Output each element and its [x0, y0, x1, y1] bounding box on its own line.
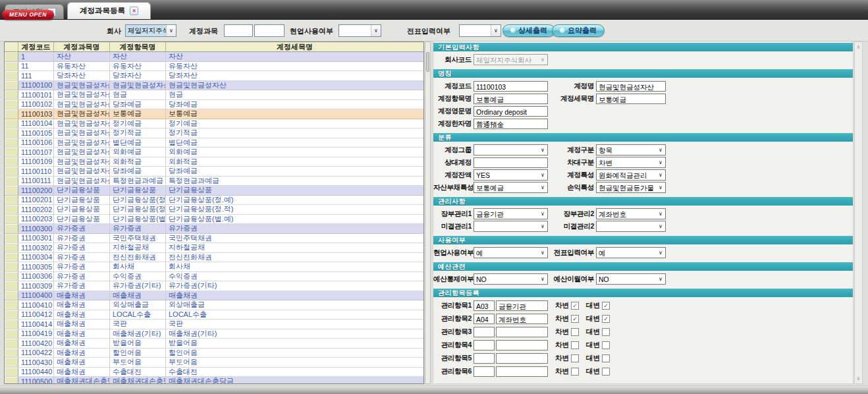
- table-row[interactable]: 11100107현금및현금성자산외화예금외화예금: [5, 148, 423, 157]
- row-selector-cell[interactable]: [5, 281, 18, 291]
- mgmt-item-2-code-input[interactable]: A04: [474, 314, 495, 324]
- book-mgmt-2-select[interactable]: 계좌번호∨: [596, 208, 666, 219]
- row-selector-cell[interactable]: [5, 339, 18, 348]
- row-selector-cell[interactable]: [5, 262, 18, 271]
- row-selector-cell[interactable]: [5, 300, 18, 310]
- panel-scrollbar[interactable]: ∧ ∨: [854, 42, 863, 384]
- row-selector-cell[interactable]: [5, 234, 18, 243]
- row-selector-cell[interactable]: [5, 368, 18, 377]
- account-item-name-input[interactable]: 보통예금: [474, 94, 548, 104]
- mgmt-item-3-credit-checkbox[interactable]: [602, 328, 610, 336]
- usage-filter-select[interactable]: ∨: [339, 24, 381, 37]
- detail-print-button[interactable]: 상세출력: [502, 24, 555, 37]
- book-mgmt-1-select[interactable]: 금융기관∨: [474, 208, 548, 219]
- account-code-filter-input[interactable]: [224, 24, 253, 37]
- grid-scrollbar-thumb[interactable]: [426, 52, 429, 72]
- mgmt-item-3-name-input[interactable]: [496, 327, 548, 337]
- table-row[interactable]: 11100412매출채권LOCAL수출LOCAL수출: [5, 310, 423, 320]
- chevron-down-icon[interactable]: ∨: [656, 183, 665, 192]
- mgmt-item-6-credit-checkbox[interactable]: [602, 368, 610, 376]
- table-row[interactable]: 11100410매출채권외상매출금외상매출금: [5, 300, 423, 310]
- row-selector-cell[interactable]: [5, 224, 18, 233]
- row-selector-cell[interactable]: [5, 349, 18, 358]
- row-selector-cell[interactable]: [5, 62, 18, 71]
- mgmt-item-4-debit-checkbox[interactable]: [571, 341, 579, 349]
- table-row[interactable]: 11100102현금및현금성자산당좌예금당좌예금: [5, 100, 423, 110]
- pending-mgmt-2-select[interactable]: ∨: [596, 221, 666, 232]
- chevron-down-icon[interactable]: ∨: [538, 55, 547, 65]
- row-selector-cell[interactable]: [5, 186, 18, 195]
- account-english-name-input[interactable]: Ordinary deposit: [474, 106, 548, 117]
- table-row[interactable]: 11100302유가증권지하철공채지하철공채: [5, 243, 423, 253]
- table-row[interactable]: 11100202단기금융상품단기금융상품(정.적)단기금융상품(정.적): [5, 205, 423, 215]
- company-code-select[interactable]: 제일저지주식회사∨: [474, 54, 548, 65]
- mgmt-item-3-debit-checkbox[interactable]: [571, 328, 579, 336]
- mgmt-item-5-debit-checkbox[interactable]: [571, 354, 579, 362]
- field-usage-select[interactable]: 예∨: [474, 247, 548, 258]
- chevron-down-icon[interactable]: ∨: [656, 145, 665, 155]
- row-selector-cell[interactable]: [5, 177, 18, 186]
- asset-liability-attr-select[interactable]: 보통예금∨: [474, 182, 548, 193]
- row-selector-cell[interactable]: [5, 358, 18, 367]
- row-selector-cell[interactable]: [5, 52, 18, 61]
- scroll-up-icon[interactable]: ∧: [855, 43, 862, 51]
- row-selector-cell[interactable]: [5, 253, 18, 262]
- row-selector-cell[interactable]: [5, 148, 18, 157]
- mgmt-item-5-credit-checkbox[interactable]: [602, 354, 610, 362]
- close-tab-icon[interactable]: ✕: [130, 7, 138, 15]
- table-row[interactable]: 11100200단기금융상품단기금융상품단기금융상품: [5, 186, 423, 196]
- row-selector-cell[interactable]: [5, 157, 18, 167]
- row-selector-cell[interactable]: [5, 109, 18, 119]
- account-attribute-select[interactable]: 원화예적금관리∨: [596, 169, 666, 181]
- table-row[interactable]: 11100105현금및현금성자산정기적금정기적금: [5, 128, 423, 138]
- mgmt-item-2-debit-checkbox[interactable]: ✓: [571, 315, 579, 323]
- mgmt-item-4-code-input[interactable]: [474, 340, 495, 351]
- mgmt-item-1-name-input[interactable]: 금융기관: [496, 300, 548, 311]
- row-selector-cell[interactable]: [5, 329, 18, 339]
- counter-account-input[interactable]: [474, 157, 548, 168]
- debit-credit-class-select[interactable]: 차변∨: [596, 157, 666, 168]
- mgmt-item-1-debit-checkbox[interactable]: ✓: [571, 302, 579, 310]
- table-row[interactable]: 11100101현금및현금성자산현금현금: [5, 90, 423, 100]
- account-name-filter-input[interactable]: [254, 24, 285, 37]
- account-hanja-name-input[interactable]: 普通預金: [474, 119, 548, 129]
- table-row[interactable]: 11100304유가증권전신전화채권전신전화채권: [5, 253, 423, 263]
- table-row[interactable]: 11100106현금및현금성자산별단예금별단예금: [5, 138, 423, 148]
- chevron-down-icon[interactable]: ∨: [166, 25, 176, 36]
- chevron-down-icon[interactable]: ∨: [538, 145, 547, 155]
- row-selector-cell[interactable]: [5, 71, 18, 80]
- account-code-input[interactable]: 11100103: [474, 81, 548, 92]
- row-selector-cell[interactable]: [5, 272, 18, 281]
- row-selector-cell[interactable]: [5, 119, 18, 128]
- chevron-down-icon[interactable]: ∨: [656, 248, 665, 258]
- slip-filter-select[interactable]: ∨: [459, 24, 501, 37]
- table-row[interactable]: 11100100현금및현금성자산현금및현금성자산현금및현금성자산: [5, 81, 423, 91]
- chevron-down-icon[interactable]: ∨: [656, 274, 665, 284]
- account-class-select[interactable]: 항목∨: [596, 144, 666, 155]
- chevron-down-icon[interactable]: ∨: [656, 221, 665, 231]
- row-selector-cell[interactable]: [5, 243, 18, 252]
- table-row[interactable]: 11100306유가증권수익증권수익증권: [5, 272, 423, 282]
- chevron-down-icon[interactable]: ∨: [656, 157, 665, 167]
- mgmt-item-2-credit-checkbox[interactable]: ✓: [602, 315, 610, 323]
- mgmt-item-4-credit-checkbox[interactable]: [602, 341, 610, 349]
- chevron-down-icon[interactable]: ∨: [538, 248, 547, 258]
- mgmt-item-3-code-input[interactable]: [474, 327, 495, 337]
- table-row[interactable]: 11100422매출채권할인어음할인어음: [5, 349, 423, 358]
- row-selector-cell[interactable]: [5, 291, 18, 300]
- mgmt-item-4-name-input[interactable]: [496, 340, 548, 351]
- table-row[interactable]: 11100440매출채권수출대전수출대전: [5, 368, 423, 378]
- row-selector-cell[interactable]: [5, 138, 18, 148]
- table-row[interactable]: 1자산자산자산: [5, 52, 423, 62]
- table-row[interactable]: 11100203단기금융상품단기금융상품(별.예)단기금융상품(별.예): [5, 215, 423, 225]
- company-filter-select[interactable]: 제일저지주식회사 ∨: [125, 24, 176, 37]
- table-row[interactable]: 11100104현금및현금성자산정기예금정기예금: [5, 119, 423, 129]
- mgmt-item-6-code-input[interactable]: [474, 366, 495, 377]
- table-row[interactable]: 11100414매출채권국판국판: [5, 320, 423, 329]
- grid-scrollbar[interactable]: [425, 42, 431, 384]
- row-selector-cell[interactable]: [5, 196, 18, 205]
- chevron-down-icon[interactable]: ∨: [538, 183, 547, 192]
- summary-print-button[interactable]: 요약출력: [552, 24, 605, 37]
- pending-mgmt-1-select[interactable]: ∨: [474, 221, 548, 232]
- scroll-down-icon[interactable]: ∨: [855, 374, 862, 383]
